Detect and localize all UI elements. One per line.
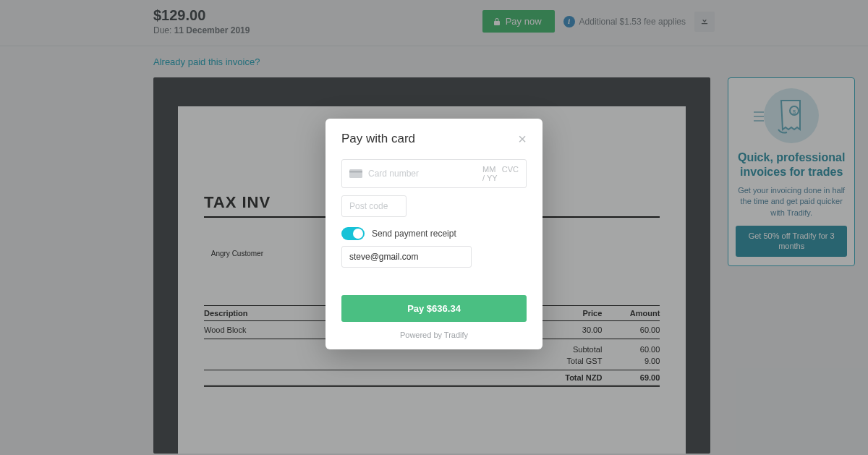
close-icon[interactable]: × xyxy=(518,132,527,146)
send-receipt-label: Send payment receipt xyxy=(372,229,456,239)
card-expiry-placeholder[interactable]: MM / YY xyxy=(482,165,498,182)
modal-title: Pay with card xyxy=(341,132,415,146)
postcode-input[interactable] xyxy=(341,195,407,217)
pay-with-card-modal: Pay with card × MM / YY CVC Send payment… xyxy=(326,119,542,349)
send-receipt-toggle[interactable] xyxy=(341,227,365,240)
powered-by: Powered by Tradify xyxy=(341,331,527,339)
card-number-input[interactable] xyxy=(368,169,477,179)
svg-rect-3 xyxy=(349,171,362,172)
card-input-group[interactable]: MM / YY CVC xyxy=(341,159,527,188)
svg-rect-2 xyxy=(349,169,362,178)
card-icon xyxy=(349,169,362,178)
receipt-email-input[interactable] xyxy=(341,246,472,268)
pay-amount-button[interactable]: Pay $636.34 xyxy=(341,295,527,322)
card-cvc-placeholder[interactable]: CVC xyxy=(502,165,519,182)
